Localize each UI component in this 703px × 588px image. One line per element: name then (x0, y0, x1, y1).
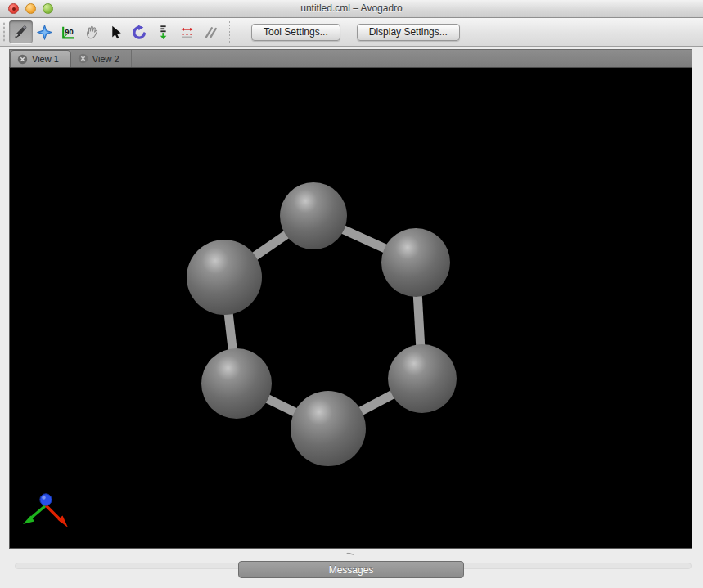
navigate-star-icon (36, 24, 53, 41)
optimize-E-down-arrow-icon (155, 24, 172, 41)
view-tab-bar: View 1 View 2 (9, 49, 692, 67)
title-bar: untitled.cml – Avogadro (0, 0, 703, 18)
svg-text:90: 90 (65, 27, 74, 36)
atom[interactable] (187, 240, 262, 315)
toolbar: 90 (0, 18, 703, 47)
splitter-handle[interactable] (346, 552, 354, 557)
selection-tool-button[interactable] (104, 20, 128, 43)
align-sticks-icon (202, 24, 219, 41)
molecule (10, 68, 692, 549)
manipulate-tool-button[interactable] (80, 20, 104, 43)
tab-view-1[interactable]: View 1 (10, 50, 71, 67)
atom[interactable] (201, 348, 272, 419)
window-title: untitled.cml – Avogadro (0, 2, 703, 14)
close-tab-icon[interactable] (78, 53, 88, 64)
messages-button[interactable]: Messages (238, 561, 464, 578)
atom[interactable] (381, 228, 450, 297)
axes-indicator (20, 492, 79, 535)
close-tab-icon[interactable] (17, 54, 28, 65)
tab-label: View 2 (92, 54, 119, 64)
atom[interactable] (291, 391, 366, 466)
toolbar-separator (229, 21, 230, 43)
tab-view-2[interactable]: View 2 (71, 50, 132, 67)
auto-optimize-tool-button[interactable] (151, 20, 175, 43)
rotate-arrow-icon (131, 24, 148, 41)
auto-rotate-tool-button[interactable] (128, 20, 151, 43)
pencil-icon (12, 24, 29, 41)
navigate-tool-button[interactable] (33, 20, 56, 43)
draw-tool-button[interactable] (9, 20, 33, 43)
display-settings-button[interactable]: Display Settings... (357, 24, 460, 41)
view-tab-widget: View 1 View 2 (9, 49, 692, 549)
measure-tool-button[interactable] (175, 20, 199, 43)
bond-centric-tool-button[interactable]: 90 (56, 20, 80, 43)
atom[interactable] (280, 182, 347, 249)
cursor-arrow-icon (107, 24, 124, 41)
tab-label: View 1 (32, 54, 59, 64)
measure-arrows-icon (178, 24, 196, 41)
bottom-panel: Messages (0, 550, 703, 588)
gl-viewport[interactable] (9, 67, 692, 549)
toolbar-drag-handle[interactable] (2, 21, 6, 43)
hand-icon (83, 24, 101, 41)
z-axis-ball (40, 494, 52, 505)
atom[interactable] (388, 344, 457, 413)
angle-90-icon: 90 (60, 24, 77, 41)
tool-settings-button[interactable]: Tool Settings... (251, 24, 340, 41)
align-tool-button[interactable] (199, 20, 223, 43)
avogadro-window: untitled.cml – Avogadro 90 (0, 0, 703, 588)
